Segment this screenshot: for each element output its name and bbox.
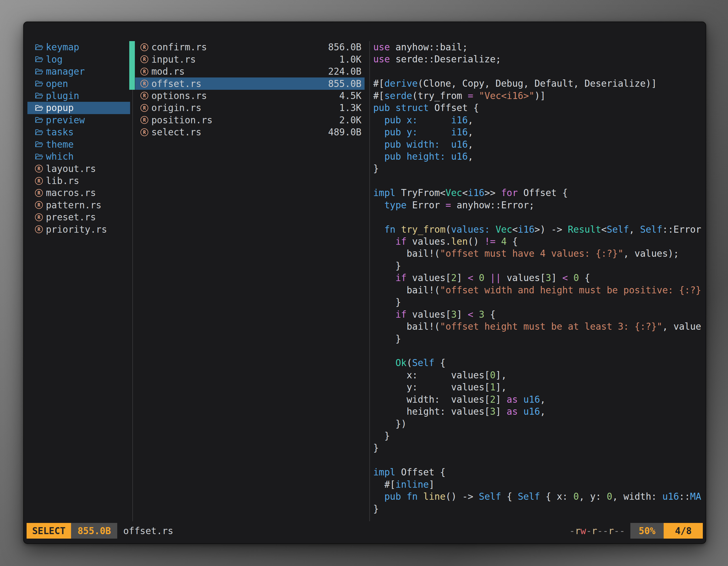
code-token: () -> bbox=[445, 491, 479, 502]
code-token: anyhow::Error; bbox=[451, 200, 534, 211]
file-row-offset.rs[interactable]: offset.rs855.0B bbox=[135, 78, 365, 90]
dir-item-keymap[interactable]: keymap bbox=[27, 41, 130, 53]
code-token bbox=[484, 273, 490, 283]
code-token: values. bbox=[407, 236, 451, 247]
file-preview-pane: use anyhow::bail;use serde::Deserialize;… bbox=[373, 41, 706, 515]
code-token: :: bbox=[679, 491, 690, 502]
code-token: ], bbox=[495, 382, 507, 393]
code-token: use bbox=[373, 54, 390, 65]
code-token: i16 bbox=[451, 115, 468, 126]
file-name: position.rs bbox=[151, 115, 339, 126]
code-line: if values.len() != 4 { bbox=[373, 236, 706, 248]
rust-file-icon bbox=[140, 92, 148, 100]
code-token: 0 bbox=[573, 491, 579, 502]
file-row-input.rs[interactable]: input.rs1.0K bbox=[135, 53, 365, 65]
code-token: MA bbox=[690, 491, 701, 502]
file-row-options.rs[interactable]: options.rs4.5K bbox=[135, 90, 365, 102]
code-token: u16 bbox=[662, 491, 679, 502]
file-item-pattern.rs[interactable]: pattern.rs bbox=[27, 199, 130, 211]
file-item-priority.rs[interactable]: priority.rs bbox=[27, 224, 130, 236]
code-line: } bbox=[373, 430, 706, 442]
code-line: pub y: i16, bbox=[373, 126, 706, 138]
code-token: 0 bbox=[490, 370, 495, 380]
dir-item-tasks[interactable]: tasks bbox=[27, 126, 130, 138]
file-item-layout.rs[interactable]: layout.rs bbox=[27, 163, 130, 175]
folder-icon bbox=[35, 129, 43, 136]
code-token: , bbox=[540, 394, 546, 405]
code-token: if bbox=[395, 309, 407, 320]
code-token: < bbox=[468, 273, 473, 283]
code-token bbox=[373, 224, 384, 235]
file-size: 1.0K bbox=[339, 54, 361, 65]
rust-file-icon bbox=[35, 165, 43, 173]
scroll-percent-badge: 50% bbox=[630, 523, 664, 539]
code-line: } bbox=[373, 333, 706, 345]
file-row-position.rs[interactable]: position.rs2.0K bbox=[135, 114, 365, 126]
code-token bbox=[373, 139, 384, 150]
code-token: < bbox=[601, 224, 607, 235]
code-token: height: values[ bbox=[373, 406, 490, 417]
code-line: } bbox=[373, 163, 706, 175]
code-token: bail!( bbox=[373, 248, 440, 259]
code-line bbox=[373, 454, 706, 466]
item-label: plugin bbox=[46, 90, 79, 101]
item-label: theme bbox=[46, 139, 74, 150]
code-token: fn bbox=[384, 224, 396, 235]
folder-icon bbox=[35, 116, 43, 124]
code-token: , bbox=[468, 127, 473, 138]
code-token: } bbox=[373, 503, 379, 514]
perm-token: -- bbox=[597, 525, 608, 536]
code-line: Ok(Self { bbox=[373, 357, 706, 369]
perm-token: - bbox=[586, 525, 592, 536]
file-item-macros.rs[interactable]: macros.rs bbox=[27, 187, 130, 199]
dir-item-preview[interactable]: preview bbox=[27, 114, 130, 126]
code-token: )] bbox=[534, 90, 546, 101]
dir-item-manager[interactable]: manager bbox=[27, 65, 130, 78]
code-line: #[inline] bbox=[373, 478, 706, 490]
file-item-lib.rs[interactable]: lib.rs bbox=[27, 175, 130, 187]
code-token: } bbox=[373, 163, 379, 174]
code-line: if values[3] < 3 { bbox=[373, 308, 706, 320]
code-token: 3 bbox=[451, 309, 457, 320]
file-item-preset.rs[interactable]: preset.rs bbox=[27, 211, 130, 223]
code-token bbox=[418, 491, 423, 502]
code-token: } bbox=[373, 297, 401, 307]
code-token: { bbox=[501, 491, 518, 502]
code-token: , bbox=[468, 115, 473, 126]
code-token: , values); bbox=[623, 248, 679, 259]
code-token: ] bbox=[457, 309, 468, 320]
code-token: () bbox=[468, 236, 485, 247]
file-row-origin.rs[interactable]: origin.rs1.3K bbox=[135, 102, 365, 114]
file-name: offset.rs bbox=[151, 78, 328, 89]
code-token bbox=[373, 127, 384, 138]
dir-item-popup[interactable]: popup bbox=[27, 102, 130, 114]
file-row-confirm.rs[interactable]: confirm.rs856.0B bbox=[135, 41, 365, 53]
code-token: { bbox=[579, 273, 590, 283]
code-token bbox=[568, 273, 574, 283]
dir-item-plugin[interactable]: plugin bbox=[27, 90, 130, 102]
dir-item-open[interactable]: open bbox=[27, 78, 130, 90]
code-token bbox=[473, 309, 479, 320]
code-token: { x: bbox=[540, 491, 573, 502]
code-line: pub fn line() -> Self { Self { x: 0, y: … bbox=[373, 490, 706, 502]
dir-item-which[interactable]: which bbox=[27, 151, 130, 163]
file-name: confirm.rs bbox=[151, 42, 328, 53]
code-token: < bbox=[462, 187, 468, 198]
code-line: pub struct Offset { bbox=[373, 102, 706, 114]
code-token: Self bbox=[518, 491, 540, 502]
code-line: width: values[2] as u16, bbox=[373, 393, 706, 405]
code-token: ( bbox=[407, 357, 412, 368]
code-line: bail!("offset must have 4 values: {:?}",… bbox=[373, 248, 706, 260]
code-token: Ok bbox=[395, 357, 407, 368]
dir-item-theme[interactable]: theme bbox=[27, 139, 130, 151]
code-token: u16 bbox=[451, 151, 468, 162]
status-right-group: -rw-r--r-- 50% 4/8 bbox=[569, 523, 703, 539]
dir-item-log[interactable]: log bbox=[27, 53, 130, 65]
file-size: 855.0B bbox=[328, 78, 361, 89]
code-token: i16 bbox=[518, 224, 535, 235]
perm-token: -- bbox=[614, 525, 625, 536]
file-row-select.rs[interactable]: select.rs489.0B bbox=[135, 126, 365, 138]
code-line: } bbox=[373, 296, 706, 308]
item-label: which bbox=[46, 151, 74, 162]
file-row-mod.rs[interactable]: mod.rs224.0B bbox=[135, 65, 365, 78]
